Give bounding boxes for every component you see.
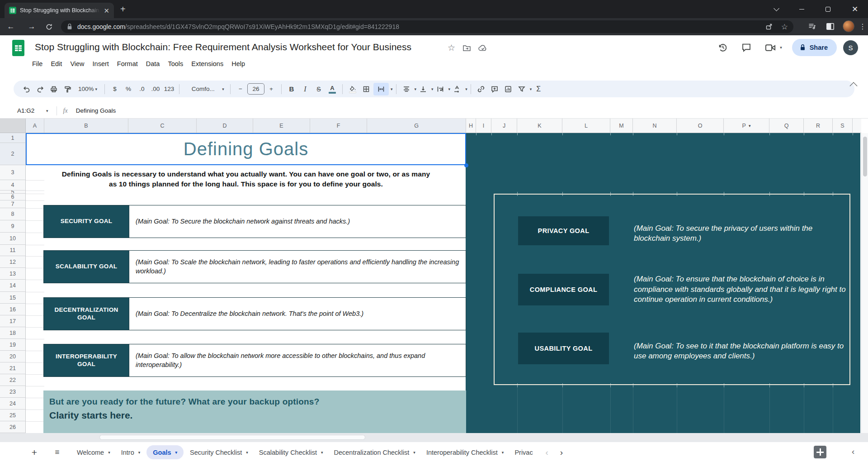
selection-handle[interactable] xyxy=(464,163,468,167)
sheet-tab-intro[interactable]: Intro▾ xyxy=(116,442,146,462)
sheet-tab-caret-icon[interactable]: ▾ xyxy=(321,450,323,455)
increase-font-size-button[interactable]: + xyxy=(265,83,278,95)
column-filter-icon[interactable]: ▾ xyxy=(749,124,751,128)
column-header-R[interactable]: R xyxy=(804,119,833,133)
add-sheet-button[interactable]: + xyxy=(28,446,41,459)
name-box-caret-icon[interactable]: ▾ xyxy=(46,109,48,113)
goal-row-scalability-goal[interactable]: SCALABILITY GOAL(Main Goal: To Scale the… xyxy=(43,250,466,283)
menu-file[interactable]: File xyxy=(28,59,47,69)
paint-format-icon[interactable] xyxy=(61,83,74,95)
goal-label-cell[interactable]: SECURITY GOAL xyxy=(44,205,129,238)
browser-tab[interactable]: Stop Struggling with Blockchain: ✕ xyxy=(5,3,114,18)
column-header-C[interactable]: C xyxy=(128,119,197,133)
text-rotation-button[interactable] xyxy=(451,83,463,95)
vertical-align-button[interactable] xyxy=(417,83,429,95)
show-side-panel-chevron-icon[interactable]: ‹ xyxy=(852,447,854,457)
row-header-21[interactable]: 21 xyxy=(0,362,25,374)
decrease-decimal-icon[interactable]: .0 xyxy=(136,83,148,95)
print-icon[interactable] xyxy=(47,83,60,95)
column-header-A[interactable]: A xyxy=(26,119,44,133)
insert-link-icon[interactable] xyxy=(475,83,487,95)
input-widget-icon[interactable] xyxy=(814,446,826,458)
row-header-12[interactable]: 12 xyxy=(0,256,25,268)
insert-chart-icon[interactable] xyxy=(502,83,514,95)
sheet-tab-welcome[interactable]: Welcome▾ xyxy=(71,442,116,462)
functions-sigma-icon[interactable]: Σ xyxy=(532,83,545,95)
version-history-icon[interactable] xyxy=(714,39,731,56)
sheet-tab-caret-icon[interactable]: ▾ xyxy=(413,450,415,455)
column-header-F[interactable]: F xyxy=(310,119,367,133)
row-header-16[interactable]: 16 xyxy=(0,304,25,315)
column-header-P[interactable]: P▾ xyxy=(724,119,769,133)
menu-format[interactable]: Format xyxy=(113,59,142,69)
share-page-icon[interactable] xyxy=(765,23,773,31)
text-color-button[interactable]: A xyxy=(326,83,339,95)
column-header-N[interactable]: N xyxy=(633,119,677,133)
meet-caret-icon[interactable]: ▾ xyxy=(780,45,782,50)
column-header-H[interactable]: H xyxy=(466,119,476,133)
row-header-5[interactable]: 5 xyxy=(0,191,25,194)
browser-profile-avatar[interactable] xyxy=(843,20,854,32)
horizontal-scrollbar-thumb[interactable] xyxy=(99,435,365,440)
tab-close-icon[interactable]: ✕ xyxy=(104,7,109,14)
share-button[interactable]: Share xyxy=(792,39,837,56)
font-selector[interactable]: Comfo... ▾ xyxy=(183,83,226,95)
row-header-7[interactable]: 7 xyxy=(0,200,25,208)
column-header-S[interactable]: S xyxy=(833,119,853,133)
meet-video-icon[interactable]: ▾ xyxy=(761,40,786,56)
browser-menu-kebab-icon[interactable]: ⋮ xyxy=(856,20,868,33)
sheet-tab-goals[interactable]: Goals▾ xyxy=(146,445,184,459)
vertical-align-caret-icon[interactable]: ▾ xyxy=(431,87,434,91)
sheet-tab-caret-icon[interactable]: ▾ xyxy=(138,450,141,455)
row-header-3[interactable]: 3 xyxy=(0,165,25,180)
bold-button[interactable]: B xyxy=(285,83,298,95)
goal-desc-cell[interactable]: (Main Goal: To Decentralize the blockcha… xyxy=(129,298,466,330)
row-header-26[interactable]: 26 xyxy=(0,421,25,433)
sheet-tab-caret-icon[interactable]: ▾ xyxy=(246,450,248,455)
move-folder-icon[interactable] xyxy=(462,44,471,52)
star-document-icon[interactable]: ☆ xyxy=(448,43,455,53)
format-currency-icon[interactable]: $ xyxy=(108,83,121,95)
sheet-grid[interactable]: PRIVACY GOAL(Main Goal: To secure the pr… xyxy=(26,133,861,433)
goal-label-cell[interactable]: INTEROPERABILITY GOAL xyxy=(44,344,129,376)
bookmark-star-icon[interactable]: ☆ xyxy=(781,22,788,32)
goal-label-cell[interactable]: PRIVACY GOAL xyxy=(518,216,609,245)
row-header-4[interactable]: 4 xyxy=(0,180,25,191)
sheets-logo-icon[interactable] xyxy=(12,40,24,56)
column-header-B[interactable]: B xyxy=(44,119,128,133)
sheet-tab-scalability-checklist[interactable]: Scalability Checklist▾ xyxy=(254,442,329,462)
all-sheets-menu-icon[interactable]: ≡ xyxy=(51,446,63,459)
text-wrap-button[interactable] xyxy=(434,83,447,95)
menu-insert[interactable]: Insert xyxy=(89,59,113,69)
column-header-I[interactable]: I xyxy=(476,119,491,133)
row-header-9[interactable]: 9 xyxy=(0,220,25,233)
italic-button[interactable]: I xyxy=(299,83,311,95)
column-header-G[interactable]: G xyxy=(367,119,466,133)
tabs-scroll-left-icon[interactable]: ‹ xyxy=(545,448,548,457)
zoom-control[interactable]: 100% ▾ xyxy=(75,83,101,95)
fill-color-button[interactable] xyxy=(346,83,359,95)
callout-box[interactable]: But are you ready for the future? What a… xyxy=(43,391,466,433)
goal-desc-cell[interactable]: (Main Goal: To secure the privacy of use… xyxy=(634,217,851,250)
right-teal-panel[interactable]: PRIVACY GOAL(Main Goal: To secure the pr… xyxy=(466,133,860,433)
text-rotation-caret-icon[interactable]: ▾ xyxy=(465,87,467,91)
sheet-tab-caret-icon[interactable]: ▾ xyxy=(502,450,504,455)
menu-edit[interactable]: Edit xyxy=(47,59,66,69)
undo-icon[interactable] xyxy=(20,83,33,95)
row-header-19[interactable]: 19 xyxy=(0,339,25,351)
side-panel-icon[interactable] xyxy=(824,20,836,33)
formula-input[interactable]: Defining Goals xyxy=(76,107,116,114)
tabs-scroll-right-icon[interactable]: › xyxy=(560,448,563,457)
row-header-17[interactable]: 17 xyxy=(0,315,25,327)
goal-label-cell[interactable]: COMPLIANCE GOAL xyxy=(518,274,609,305)
merge-caret-icon[interactable]: ▾ xyxy=(391,87,393,91)
row-header-15[interactable]: 15 xyxy=(0,292,25,304)
name-box[interactable]: A1:G2 xyxy=(0,107,45,114)
column-header-L[interactable]: L xyxy=(562,119,610,133)
vertical-scrollbar[interactable] xyxy=(861,133,868,442)
horizontal-align-button[interactable] xyxy=(400,83,413,95)
filter-caret-icon[interactable]: ▾ xyxy=(530,87,532,91)
goal-label-cell[interactable]: SCALABILITY GOAL xyxy=(44,251,129,283)
menu-tools[interactable]: Tools xyxy=(164,59,187,69)
row-header-13[interactable]: 13 xyxy=(0,268,25,280)
